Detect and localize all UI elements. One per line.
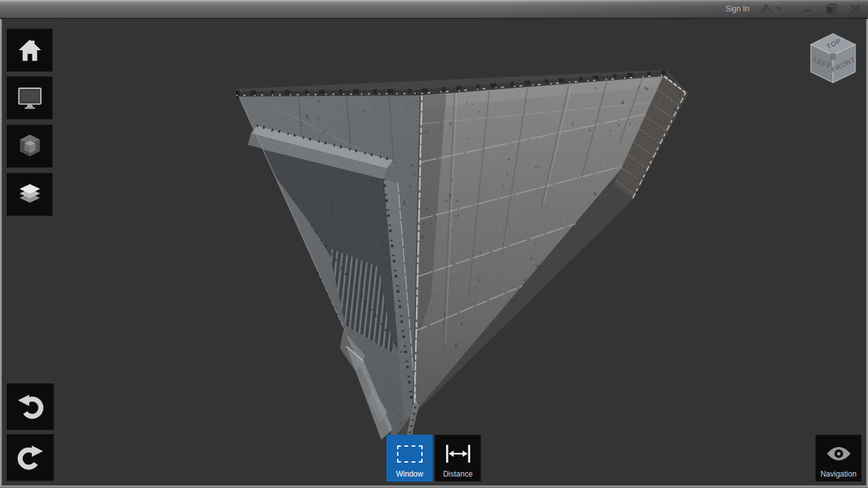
viewcube-center-marker (831, 53, 836, 60)
sign-in-button[interactable]: Sign In (726, 4, 749, 13)
dashed-rectangle-icon (397, 435, 423, 470)
point-cloud-model (229, 64, 699, 464)
home-icon (13, 34, 46, 67)
undo-arrow-icon (14, 390, 47, 423)
measure-distance-button[interactable]: Distance (435, 435, 481, 482)
home-button[interactable] (6, 29, 53, 72)
layers-icon (13, 177, 47, 212)
eye-icon (824, 435, 853, 470)
close-button[interactable] (849, 3, 862, 15)
close-icon (850, 4, 861, 15)
titlebar: Sign In (0, 0, 868, 19)
window-controls (801, 3, 862, 15)
minimize-button[interactable] (801, 3, 813, 15)
limit-box-button[interactable] (6, 125, 53, 168)
display-settings-button[interactable] (6, 76, 53, 119)
caret-down-icon (776, 7, 782, 11)
viewport-3d[interactable] (2, 19, 866, 485)
window-button-label: Window (396, 470, 423, 482)
brand-menu[interactable] (759, 4, 782, 14)
monitor-icon (13, 81, 47, 115)
restore-button[interactable] (825, 3, 837, 15)
measure-window-button[interactable]: Window (386, 435, 433, 482)
window-frame-left (0, 19, 2, 488)
measure-distance-icon (444, 435, 472, 470)
restore-icon (825, 3, 837, 15)
cube-icon (13, 129, 47, 163)
distance-button-label: Distance (443, 470, 473, 482)
undo-button[interactable] (6, 383, 54, 430)
autodesk-logo-icon (759, 4, 773, 14)
navigation-button[interactable]: Navigation (815, 435, 862, 482)
minimize-icon (802, 4, 812, 14)
window-frame-bottom (0, 485, 868, 488)
navigation-button-label: Navigation (820, 470, 857, 482)
redo-button[interactable] (6, 434, 54, 481)
redo-arrow-icon (14, 441, 47, 474)
viewcube[interactable]: TOP LEFT FRONT (807, 30, 859, 89)
layers-button[interactable] (6, 173, 53, 216)
